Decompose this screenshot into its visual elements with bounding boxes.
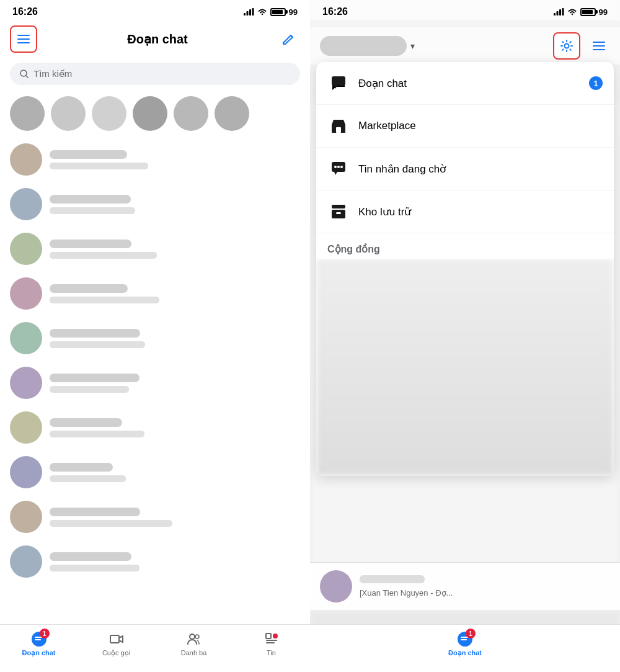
left-page-title: Đoạn chat [127, 32, 188, 47]
left-tab-label-tin: Tin [267, 649, 276, 656]
battery-percent: 99 [289, 7, 298, 17]
list-item[interactable] [0, 226, 310, 271]
edit-icon [282, 32, 296, 46]
left-tab-bar: 1 Đoạn chat Cuộc gọi [0, 624, 310, 672]
tab-badge: 1 [40, 629, 50, 638]
story-avatar [10, 96, 45, 131]
chevron-down-icon: ▾ [410, 41, 415, 51]
right-time: 16:26 [322, 6, 348, 17]
dropdown-item-archive[interactable]: Kho lưu trữ [316, 190, 614, 233]
dropdown-item-marketplace[interactable]: Marketplace [316, 105, 614, 148]
svg-point-11 [273, 634, 278, 638]
community-section [316, 259, 614, 476]
list-item[interactable] [0, 495, 310, 539]
dropdown-item-badge-doan-chat: 1 [589, 76, 603, 90]
community-section-header: Cộng đồng [316, 233, 614, 259]
wifi-icon [257, 8, 267, 16]
left-time: 16:26 [12, 6, 38, 17]
svg-rect-25 [332, 124, 345, 125]
svg-marker-27 [334, 172, 337, 175]
news-tab-icon [264, 632, 279, 647]
list-item[interactable] [0, 405, 310, 450]
svg-rect-12 [266, 640, 277, 641]
right-signal-icon [554, 8, 564, 16]
left-tab-label-cuoc-goi: Cuộc gọi [102, 649, 130, 657]
left-header: Đoạn chat [0, 20, 310, 58]
right-menu-button[interactable] [588, 35, 610, 57]
left-search-placeholder: Tìm kiếm [33, 68, 72, 79]
svg-rect-31 [332, 205, 345, 208]
svg-rect-15 [556, 11, 558, 16]
preview-name [360, 575, 425, 583]
right-tab-bar: 1 Đoạn chat [310, 624, 620, 672]
left-tab-doan-chat[interactable]: 1 Đoạn chat [0, 629, 78, 660]
dropdown-item-doan-chat[interactable]: Đoạn chat 1 [316, 62, 614, 105]
svg-point-9 [195, 635, 199, 638]
list-item[interactable] [0, 361, 310, 405]
tab-call-icon [108, 631, 125, 647]
preview-message: [Xuan Tien Nguyen - Đợ... [360, 588, 453, 598]
svg-point-18 [565, 44, 569, 48]
preview-avatar [320, 570, 352, 603]
right-tab-badge: 1 [466, 629, 476, 638]
svg-point-30 [340, 166, 343, 168]
dropdown-label [320, 36, 407, 56]
bottom-chat-preview: [Xuan Tien Nguyen - Đợ... [310, 562, 620, 610]
svg-rect-21 [332, 76, 345, 86]
left-tab-label-doan-chat: Đoạn chat [22, 649, 55, 657]
dropdown-item-pending[interactable]: Tin nhắn đang chờ [316, 148, 614, 190]
tab-chat-icon: 1 [31, 631, 47, 647]
svg-line-5 [26, 76, 28, 78]
tab-contacts-icon [186, 631, 202, 647]
svg-rect-3 [252, 8, 254, 16]
svg-rect-10 [266, 634, 271, 638]
contacts-icon [187, 632, 202, 647]
right-tab-chat-icon: 1 [457, 631, 473, 647]
left-status-icons: 99 [244, 7, 298, 17]
list-item[interactable] [0, 182, 310, 226]
story-avatar [92, 96, 126, 131]
tab-news-icon [264, 631, 280, 647]
left-chat-items [0, 137, 310, 584]
dropdown-item-label-doan-chat: Đoạn chat [358, 77, 580, 90]
left-edit-button[interactable] [278, 28, 300, 50]
left-tab-cuoc-goi[interactable]: Cuộc gọi [78, 629, 155, 660]
left-tab-label-danh-ba: Danh ba [181, 649, 207, 656]
marketplace-icon [330, 117, 347, 135]
signal-icon [244, 8, 254, 16]
svg-rect-24 [336, 127, 341, 133]
right-settings-button[interactable] [553, 32, 580, 60]
story-avatar [51, 96, 86, 131]
left-status-bar: 16:26 99 [0, 0, 310, 20]
story-avatar [174, 96, 208, 131]
left-tab-tin[interactable]: Tin [232, 629, 310, 660]
dropdown-marketplace-icon [327, 115, 350, 137]
right-header-icons [553, 32, 610, 60]
list-item[interactable] [0, 271, 310, 316]
list-item[interactable] [0, 316, 310, 361]
right-header-dropdown[interactable]: ▾ [320, 36, 415, 56]
right-tab-doan-chat[interactable]: 1 Đoạn chat [310, 629, 620, 660]
svg-rect-14 [554, 13, 556, 16]
left-tab-danh-ba[interactable]: Danh ba [155, 629, 232, 660]
svg-rect-17 [562, 8, 564, 16]
story-row [0, 90, 310, 137]
list-item[interactable] [0, 137, 310, 182]
video-call-icon [109, 632, 124, 647]
list-item[interactable] [0, 539, 310, 584]
pending-chat-icon [330, 160, 347, 177]
dropdown-pending-icon [327, 158, 350, 180]
right-tab-label: Đoạn chat [448, 649, 482, 657]
right-status-bar: 16:26 99 [310, 0, 620, 20]
list-item[interactable] [0, 450, 310, 495]
svg-point-8 [190, 634, 195, 639]
left-search-icon [20, 69, 29, 78]
left-search-bar[interactable]: Tìm kiếm [10, 63, 300, 85]
chat-bubble-icon [330, 74, 347, 92]
archive-icon [330, 203, 347, 220]
left-menu-button[interactable] [10, 25, 37, 53]
right-header: ▾ [310, 27, 620, 65]
left-chat-list [0, 90, 310, 624]
svg-rect-1 [246, 11, 248, 16]
gear-icon [560, 39, 574, 53]
